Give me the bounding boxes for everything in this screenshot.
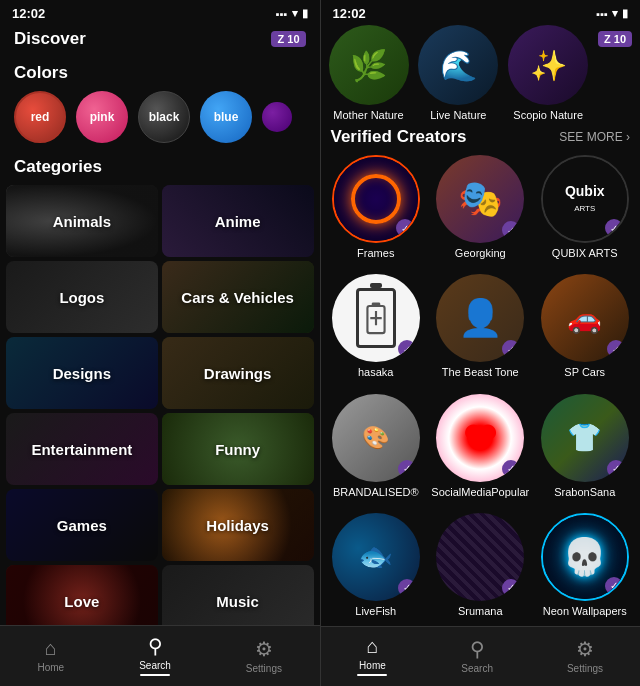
left-panel: 12:02 ▪▪▪ ▾ ▮ Discover Z 10 Colors red p… (0, 0, 320, 686)
color-pink[interactable]: pink (76, 91, 128, 143)
right-status-icons: ▪▪▪ ▾ ▮ (596, 7, 628, 20)
srumana-verify-badge: ✓ (502, 579, 520, 597)
verified-header: Verified Creators SEE MORE › (321, 125, 641, 155)
srabon-verify-badge: ✓ (607, 460, 625, 478)
spcars-name: SP Cars (564, 366, 605, 378)
color-blue[interactable]: blue (200, 91, 252, 143)
creator-srumana[interactable]: ✓ Srumana (431, 513, 530, 626)
hasaka-verify-badge: ✓ (398, 340, 416, 358)
category-love-label: Love (64, 593, 99, 610)
frames-name: Frames (357, 247, 394, 259)
left-status-icons: ▪▪▪ ▾ ▮ (276, 7, 308, 20)
category-cars[interactable]: Cars & Vehicles (162, 261, 314, 333)
creator-beast[interactable]: 👤 ✓ The Beast Tone (431, 274, 530, 387)
frames-circle-icon (351, 174, 401, 224)
srabon-name: SrabonSana (554, 486, 615, 498)
right-home-label: Home (359, 660, 386, 671)
creator-georgking[interactable]: 🎭 ✓ Georgking (431, 155, 530, 268)
brandalised-verify-badge: ✓ (398, 460, 416, 478)
left-nav-search[interactable]: ⚲ Search (139, 634, 171, 676)
battery-design-icon (356, 288, 396, 348)
mother-nature-circle: 🌿 (329, 25, 409, 105)
category-cars-label: Cars & Vehicles (181, 289, 294, 306)
categories-grid: Animals Anime Logos Cars & Vehicles Desi… (0, 185, 320, 625)
right-bottom-nav: ⌂ Home ⚲ Search ⚙ Settings (321, 626, 641, 686)
see-more-button[interactable]: SEE MORE › (559, 130, 630, 144)
verified-title: Verified Creators (331, 127, 467, 147)
left-nav-home[interactable]: ⌂ Home (37, 637, 64, 673)
creator-spcars[interactable]: 🚗 ✓ SP Cars (536, 274, 635, 387)
right-wifi-icon: ▾ (612, 7, 618, 20)
right-status-bar: 12:02 ▪▪▪ ▾ ▮ (321, 0, 641, 25)
right-nav-settings[interactable]: ⚙ Settings (567, 637, 603, 674)
creator-livefish[interactable]: 🐟 ✓ LiveFish (327, 513, 426, 626)
nature-scopio[interactable]: ✨ Scopio Nature (508, 25, 588, 121)
left-header: Discover Z 10 (0, 25, 320, 57)
hasaka-avatar: ✓ (332, 274, 420, 362)
category-love[interactable]: Love (6, 565, 158, 625)
category-animals[interactable]: Animals (6, 185, 158, 257)
livefish-verify-badge: ✓ (398, 579, 416, 597)
right-battery-icon: ▮ (622, 7, 628, 20)
color-red[interactable]: red (14, 91, 66, 143)
category-logos-label: Logos (59, 289, 104, 306)
creator-frames[interactable]: ✓ Frames (327, 155, 426, 268)
right-nav-search[interactable]: ⚲ Search (461, 637, 493, 674)
colors-row: red pink black blue (0, 91, 320, 153)
left-time: 12:02 (12, 6, 45, 21)
beast-avatar: 👤 ✓ (436, 274, 524, 362)
category-designs[interactable]: Designs (6, 337, 158, 409)
home-label: Home (37, 662, 64, 673)
category-funny-label: Funny (215, 441, 260, 458)
left-nav-settings[interactable]: ⚙ Settings (246, 637, 282, 674)
wifi-icon: ▾ (292, 7, 298, 20)
right-search-label: Search (461, 663, 493, 674)
creator-neon[interactable]: 💀 ✓ Neon Wallpapers (536, 513, 635, 626)
color-black[interactable]: black (138, 91, 190, 143)
search-label: Search (139, 660, 171, 671)
right-search-icon: ⚲ (470, 637, 485, 661)
mother-nature-label: Mother Nature (333, 109, 403, 121)
neon-name: Neon Wallpapers (543, 605, 627, 617)
category-games[interactable]: Games (6, 489, 158, 561)
social-avatar: ❤ ✓ (436, 394, 524, 482)
frames-verify-badge: ✓ (396, 219, 414, 237)
category-logos[interactable]: Logos (6, 261, 158, 333)
nature-live[interactable]: 🌊 Live Nature (418, 25, 498, 121)
right-nav-home[interactable]: ⌂ Home (357, 635, 387, 676)
creator-hasaka[interactable]: ✓ hasaka (327, 274, 426, 387)
category-funny[interactable]: Funny (162, 413, 314, 485)
social-verify-badge: ✓ (502, 460, 520, 478)
srabon-avatar: 👕 ✓ (541, 394, 629, 482)
creator-srabon[interactable]: 👕 ✓ SrabonSana (536, 394, 635, 507)
color-more[interactable] (262, 102, 292, 132)
right-signal-icon: ▪▪▪ (596, 8, 608, 20)
category-drawings-label: Drawings (204, 365, 272, 382)
discover-title: Discover (14, 29, 86, 49)
livefish-name: LiveFish (355, 605, 396, 617)
left-status-bar: 12:02 ▪▪▪ ▾ ▮ (0, 0, 320, 25)
home-icon: ⌂ (45, 637, 57, 660)
creator-social[interactable]: ❤ ✓ SocialMediaPopular (431, 394, 530, 507)
category-anime[interactable]: Anime (162, 185, 314, 257)
srumana-avatar: ✓ (436, 513, 524, 601)
search-icon: ⚲ (148, 634, 163, 658)
creator-qubix[interactable]: QubixARTS ✓ QUBIX ARTS (536, 155, 635, 268)
social-name: SocialMediaPopular (431, 486, 529, 498)
right-home-icon: ⌂ (366, 635, 378, 658)
georgking-avatar: 🎭 ✓ (436, 155, 524, 243)
category-holidays[interactable]: Holidays (162, 489, 314, 561)
category-drawings[interactable]: Drawings (162, 337, 314, 409)
nature-mother[interactable]: 🌿 Mother Nature (329, 25, 409, 121)
creator-brandalised[interactable]: 🎨 ✓ BRANDALISED® (327, 394, 426, 507)
category-entertainment-label: Entertainment (31, 441, 132, 458)
spcars-verify-badge: ✓ (607, 340, 625, 358)
category-music[interactable]: Music (162, 565, 314, 625)
brandalised-avatar: 🎨 ✓ (332, 394, 420, 482)
skull-icon: 💀 (562, 536, 607, 578)
srumana-name: Srumana (458, 605, 503, 617)
category-anime-label: Anime (215, 213, 261, 230)
right-time: 12:02 (333, 6, 366, 21)
live-nature-label: Live Nature (430, 109, 486, 121)
category-entertainment[interactable]: Entertainment (6, 413, 158, 485)
